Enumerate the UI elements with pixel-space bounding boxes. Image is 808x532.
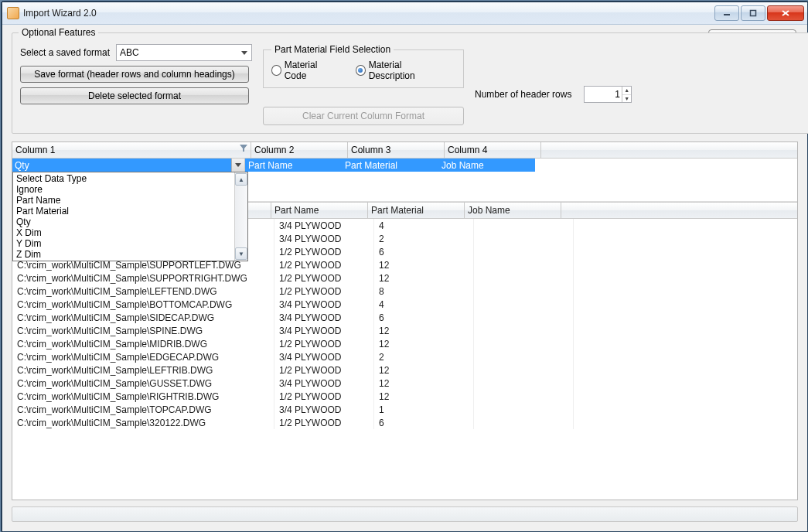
mapping-cell-4-value: Job Name [442,160,484,171]
column-3-header-label: Column 3 [351,145,390,155]
dropdown-item[interactable]: Select Data Type [13,173,234,184]
data-header-4-label: Job Name [468,205,510,216]
column-4-header-label: Column 4 [448,145,487,155]
table-cell: C:\rcim_work\MultiCIM_Sample\SPINE.DWG [12,324,274,337]
data-header-2[interactable]: Part Name [271,203,368,218]
table-cell: C:\rcim_work\MultiCIM_Sample\TOPCAP.DWG [12,403,274,416]
table-cell: 6 [374,416,474,429]
material-field-legend: Part Material Field Selection [271,44,394,55]
mapping-cell-1[interactable] [12,159,245,172]
table-cell: 1/2 PLYWOOD [274,271,374,285]
data-header-3-label: Part Material [371,205,424,216]
table-row[interactable]: C:\rcim_work\MultiCIM_Sample\GUSSET.DWG3… [12,377,797,390]
table-cell [474,298,574,311]
material-code-radio[interactable]: Material Code [271,60,336,81]
table-cell: 2 [374,350,474,363]
table-row[interactable]: C:\rcim_work\MultiCIM_Sample\BOTTOMCAP.D… [12,298,797,311]
data-type-dropdown[interactable]: Select Data TypeIgnorePart NamePart Mate… [12,172,248,261]
table-row[interactable]: C:\rcim_work\MultiCIM_Sample\SPINE.DWG3/… [12,324,797,337]
scroll-down-button[interactable]: ▼ [235,247,247,260]
mapping-cell-1-dropdown-button[interactable] [231,159,244,172]
table-cell: 1 [374,403,474,416]
close-button[interactable] [767,5,804,21]
table-cell [474,271,574,285]
dropdown-scrollbar[interactable]: ▲ ▼ [234,172,247,261]
app-window: Import Wizard 2.0 Import Optional Featur… [2,2,808,532]
dropdown-item[interactable]: Y Dim [13,238,234,249]
mapping-cell-3[interactable]: Part Material [342,159,438,172]
dropdown-item[interactable]: Part Name [13,195,234,206]
column-3-header[interactable]: Column 3 [348,142,445,158]
titlebar[interactable]: Import Wizard 2.0 [2,2,807,25]
mapping-cell-3-value: Part Material [345,160,397,171]
spinner-up-button[interactable]: ▲ [622,87,632,95]
table-cell: 1/2 PLYWOOD [274,416,374,429]
table-cell: 12 [374,390,474,403]
data-header-4[interactable]: Job Name [465,203,561,218]
table-cell [474,311,574,324]
optional-features-group: Optional Features Select a saved format … [12,32,808,134]
table-row[interactable]: C:\rcim_work\MultiCIM_Sample\LEFTEND.DWG… [12,285,797,298]
scroll-up-button[interactable]: ▲ [235,173,247,186]
table-row[interactable]: C:\rcim_work\MultiCIM_Sample\LEFTRIB.DWG… [12,363,797,377]
header-rows-spinner[interactable]: ▲ ▼ [584,86,632,103]
table-cell: 1/2 PLYWOOD [274,337,374,350]
maximize-button[interactable] [741,5,765,21]
table-cell: 1/2 PLYWOOD [274,285,374,298]
saved-format-combo[interactable]: ABC [116,44,252,61]
dropdown-item[interactable]: Z Dim [13,249,234,260]
data-header-3[interactable]: Part Material [368,203,465,218]
table-cell: C:\rcim_work\MultiCIM_Sample\BOTTOMCAP.D… [12,298,274,311]
spinner-down-button[interactable]: ▼ [622,95,632,103]
table-row[interactable]: C:\rcim_work\MultiCIM_Sample\SIDECAP.DWG… [12,311,797,324]
mapping-cell-1-input[interactable] [12,159,231,172]
table-cell: 3/4 PLYWOOD [274,219,374,232]
close-icon [781,9,790,17]
radio-icon [271,65,281,76]
clear-column-format-button[interactable]: Clear Current Column Format [263,107,464,125]
table-row[interactable]: C:\rcim_work\MultiCIM_Sample\320122.DWG1… [12,416,797,429]
table-cell: 3/4 PLYWOOD [274,350,374,363]
chevron-down-icon [235,163,241,167]
table-row[interactable]: C:\rcim_work\MultiCIM_Sample\SUPPORTRIGH… [12,271,797,285]
column-2-header[interactable]: Column 2 [251,142,348,158]
table-cell: C:\rcim_work\MultiCIM_Sample\RIGHTRIB.DW… [12,390,274,403]
mapping-cell-4[interactable]: Job Name [438,159,535,172]
save-format-button[interactable]: Save format (header rows and column head… [20,66,249,83]
table-cell [474,350,574,363]
table-row[interactable]: C:\rcim_work\MultiCIM_Sample\TOPCAP.DWG3… [12,403,797,416]
table-cell: C:\rcim_work\MultiCIM_Sample\GUSSET.DWG [12,377,274,390]
table-cell [474,337,574,350]
mapping-cell-2[interactable]: Part Name [245,159,342,172]
table-cell: 12 [374,271,474,285]
minimize-icon [723,9,731,17]
table-row[interactable]: C:\rcim_work\MultiCIM_Sample\RIGHTRIB.DW… [12,390,797,403]
table-row[interactable]: C:\rcim_work\MultiCIM_Sample\MIDRIB.DWG1… [12,337,797,350]
mapping-cell-2-value: Part Name [248,160,292,171]
dropdown-item[interactable]: X Dim [13,227,234,238]
material-description-radio[interactable]: Material Description [356,60,442,81]
header-rows-label: Number of header rows [475,89,571,100]
save-format-label: Save format (header rows and column head… [34,69,234,80]
table-row[interactable]: C:\rcim_work\MultiCIM_Sample\EDGECAP.DWG… [12,350,797,363]
dropdown-item[interactable]: Ignore [13,184,234,195]
dropdown-item[interactable]: Part Material [13,206,234,217]
delete-format-button[interactable]: Delete selected format [20,87,249,104]
select-format-label: Select a saved format [20,47,110,58]
table-cell: 12 [374,377,474,390]
table-cell: 4 [374,219,474,232]
column-1-header[interactable]: Column 1 [12,142,251,158]
table-cell [474,285,574,298]
table-cell [474,403,574,416]
table-cell: C:\rcim_work\MultiCIM_Sample\SUPPORTRIGH… [12,271,274,285]
table-cell [474,390,574,403]
table-cell: C:\rcim_work\MultiCIM_Sample\LEFTEND.DWG [12,285,274,298]
dropdown-item[interactable]: Qty [13,217,234,227]
minimize-button[interactable] [714,5,739,21]
header-rows-input[interactable] [585,89,621,100]
column-4-header[interactable]: Column 4 [445,142,541,158]
table-cell: 8 [374,285,474,298]
combo-dropdown-button[interactable] [238,46,250,59]
table-cell: 1/2 PLYWOOD [274,258,374,271]
filter-icon[interactable] [240,145,247,152]
